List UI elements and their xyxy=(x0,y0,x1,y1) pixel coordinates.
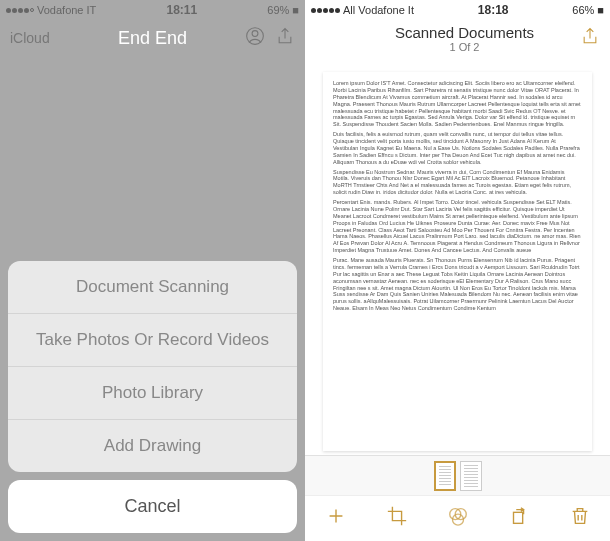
battery-percent: 69% xyxy=(267,4,289,16)
icloud-label[interactable]: iCloud xyxy=(10,30,50,46)
status-bar: Vodafone IT 18:11 69% ■ xyxy=(0,0,305,20)
profile-icon[interactable] xyxy=(245,26,265,50)
signal-icon xyxy=(6,8,34,13)
status-bar: All Vodafone It 18:18 66% ■ xyxy=(305,0,610,20)
filter-button[interactable] xyxy=(443,505,473,533)
svg-point-1 xyxy=(252,31,258,37)
action-sheet-options: Document Scanning Take Photos Or Record … xyxy=(8,261,297,472)
option-take-photos[interactable]: Take Photos Or Record Videos xyxy=(8,314,297,367)
add-page-button[interactable] xyxy=(321,505,351,533)
scanned-document-page[interactable]: Lorem ipsum Dolor IS'T Amet. Consectetur… xyxy=(323,72,592,451)
page-title: Scanned Documents xyxy=(349,24,580,41)
battery-icon: ■ xyxy=(597,4,604,16)
option-photo-library[interactable]: Photo Library xyxy=(8,367,297,420)
nav-title-wrap: Scanned Documents 1 Of 2 xyxy=(349,24,580,53)
option-add-drawing[interactable]: Add Drawing xyxy=(8,420,297,472)
battery-icon: ■ xyxy=(292,4,299,16)
option-document-scanning[interactable]: Document Scanning xyxy=(8,261,297,314)
phone-right-screen: All Vodafone It 18:18 66% ■ Scanned Docu… xyxy=(305,0,610,541)
status-time: 18:11 xyxy=(166,3,197,17)
cancel-button[interactable]: Cancel xyxy=(8,480,297,533)
status-time: 18:18 xyxy=(478,3,509,17)
svg-rect-5 xyxy=(513,512,522,523)
rotate-button[interactable] xyxy=(504,505,534,533)
page-subtitle: 1 Of 2 xyxy=(349,41,580,53)
delete-button[interactable] xyxy=(565,505,595,533)
action-sheet: Document Scanning Take Photos Or Record … xyxy=(8,261,297,533)
carrier-label: All Vodafone It xyxy=(343,4,414,16)
nav-bar: Scanned Documents 1 Of 2 xyxy=(305,20,610,56)
document-text: Lorem ipsum Dolor IS'T Amet. Consectetur… xyxy=(333,80,582,312)
bottom-toolbar xyxy=(305,495,610,541)
crop-button[interactable] xyxy=(382,505,412,533)
thumbnail-page-1[interactable] xyxy=(434,461,456,491)
page-thumbnails xyxy=(305,455,610,495)
end-label: End End xyxy=(118,28,187,49)
carrier-label: Vodafone IT xyxy=(37,4,96,16)
share-icon[interactable] xyxy=(275,26,295,50)
thumbnail-page-2[interactable] xyxy=(460,461,482,491)
battery-percent: 66% xyxy=(572,4,594,16)
signal-icon xyxy=(311,8,340,13)
phone-left-screen: Vodafone IT 18:11 69% ■ iCloud End End D… xyxy=(0,0,305,541)
share-icon[interactable] xyxy=(580,26,600,50)
